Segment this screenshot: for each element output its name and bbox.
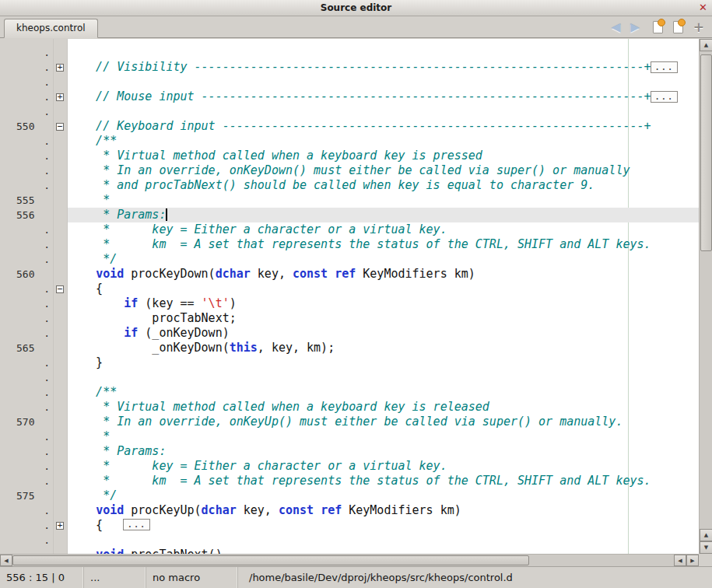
code-line-573[interactable]: . * key = Either a character or a virtua… [0,459,699,474]
fold-expand-icon[interactable]: + [56,64,64,72]
vertical-scrollbar[interactable]: ▲ ▲ ▼ [699,39,712,554]
code-text[interactable]: * [68,193,699,208]
document-modified-a-button[interactable] [653,21,663,33]
code-line-548[interactable]: .+ // Mouse input ----------------------… [0,89,699,104]
horizontal-scroll-thumb[interactable] [12,555,529,565]
code-text[interactable]: // Keyboard input ----------------------… [68,119,699,134]
titlebar[interactable]: Source editor ✕ [0,0,712,16]
code-line-558[interactable]: . * km = A set that represents the statu… [0,237,699,252]
scroll-left-icon[interactable]: ◀ [0,555,12,566]
code-line-579[interactable]: . void procTabNext() [0,548,699,554]
folded-code-box[interactable]: ... [651,61,678,73]
detach-button[interactable]: + [693,21,704,33]
code-line-578[interactable]: . [0,533,699,548]
code-text[interactable]: * Params: [68,444,699,459]
line-dot: . [0,459,53,474]
code-line-553[interactable]: . * In an override, onKeyDown() must eit… [0,163,699,178]
code-text[interactable]: * and procTabNext() should be called whe… [68,178,699,193]
code-text[interactable]: * km = A set that represents the status … [68,474,699,488]
fold-collapse-icon[interactable]: − [56,123,64,131]
code-text[interactable]: void procKeyUp(dchar key, const ref KeyM… [68,503,699,518]
code-text[interactable]: * Params: [68,208,699,222]
fold-expand-icon[interactable]: + [56,522,64,530]
code-line-545[interactable]: . [0,45,699,60]
code-line-577[interactable]: .+ {... [0,518,699,533]
code-text[interactable]: * Virtual method called when a keyboard … [68,149,699,163]
code-text[interactable] [68,533,699,548]
code-line-557[interactable]: . * key = Either a character or a virtua… [0,222,699,237]
close-icon[interactable]: ✕ [699,2,707,13]
code-line-562[interactable]: . if (key == '\t') [0,296,699,311]
code-line-556[interactable]: 556 * Params: [0,208,699,222]
code-text[interactable]: if (_onKeyDown) [68,326,699,341]
code-text[interactable]: {... [68,518,699,533]
code-text[interactable]: */ [68,488,699,503]
scroll-right-icon[interactable]: ▶ [686,555,699,566]
horizontal-scrollbar[interactable]: ◀ ◀ ▶ [0,554,699,566]
code-line-560[interactable]: 560 void procKeyDown(dchar key, const re… [0,267,699,282]
code-line-554[interactable]: . * and procTabNext() should be called w… [0,178,699,193]
code-line-567[interactable]: . [0,370,699,385]
code-text[interactable]: } [68,355,699,370]
code-token: '\t' [202,296,230,310]
code-text[interactable]: if (key == '\t') [68,296,699,311]
code-text[interactable] [68,45,699,60]
code-line-576[interactable]: . void procKeyUp(dchar key, const ref Ke… [0,503,699,518]
code-line-549[interactable]: . [0,104,699,119]
code-line-570[interactable]: 570 * In an override, onKeyUp() must eit… [0,415,699,429]
code-text[interactable]: * Virtual method called when a keyboard … [68,400,699,415]
code-text[interactable]: void procTabNext() [68,548,699,554]
code-text[interactable]: * In an override, onKeyUp() must either … [68,415,699,429]
code-text[interactable]: */ [68,252,699,267]
code-line-561[interactable]: .− { [0,282,699,296]
vertical-scroll-thumb[interactable] [700,54,712,251]
code-line-571[interactable]: . * [0,429,699,444]
code-line-568[interactable]: . /** [0,385,699,400]
code-line-551[interactable]: . /** [0,134,699,149]
code-text[interactable] [68,75,699,89]
nav-back-button[interactable]: ◀ [612,19,621,35]
code-line-564[interactable]: . if (_onKeyDown) [0,326,699,341]
code-line-547[interactable]: . [0,75,699,89]
code-editor[interactable]: ..+ // Visibility ----------------------… [0,39,699,554]
code-line-569[interactable]: . * Virtual method called when a keyboar… [0,400,699,415]
code-line-575[interactable]: 575 */ [0,488,699,503]
code-text[interactable] [68,104,699,119]
folded-code-box[interactable]: ... [123,519,150,530]
code-text[interactable]: /** [68,385,699,400]
fold-expand-icon[interactable]: + [56,93,64,101]
code-text[interactable] [68,370,699,385]
scroll-left-icon-right[interactable]: ◀ [674,555,686,566]
scroll-up-icon-bottom[interactable]: ▲ [700,529,712,541]
code-text[interactable]: * [68,429,699,444]
code-line-555[interactable]: 555 * [0,193,699,208]
code-text[interactable]: * key = Either a character or a virtual … [68,222,699,237]
code-token: { [68,518,103,532]
code-line-563[interactable]: . procTabNext; [0,311,699,326]
code-text[interactable]: // Mouse input -------------------------… [68,89,699,104]
nav-forward-button[interactable]: ▶ [630,19,640,35]
code-text[interactable]: void procKeyDown(dchar key, const ref Ke… [68,267,699,282]
code-text[interactable]: _onKeyDown(this, key, km); [68,341,699,355]
tab-kheops-control[interactable]: kheops.control [4,19,98,38]
code-text[interactable]: /** [68,134,699,149]
document-modified-b-button[interactable] [673,21,683,33]
code-line-566[interactable]: . } [0,355,699,370]
code-text[interactable]: procTabNext; [68,311,699,326]
code-line-546[interactable]: .+ // Visibility -----------------------… [0,60,699,75]
code-line-574[interactable]: . * km = A set that represents the statu… [0,474,699,488]
code-text[interactable]: * km = A set that represents the status … [68,237,699,252]
code-line-559[interactable]: . */ [0,252,699,267]
code-line-550[interactable]: 550− // Keyboard input -----------------… [0,119,699,134]
scroll-down-icon[interactable]: ▼ [700,541,712,554]
scroll-up-icon[interactable]: ▲ [700,39,712,51]
code-text[interactable]: * In an override, onKeyDown() must eithe… [68,163,699,178]
code-line-565[interactable]: 565 _onKeyDown(this, key, km); [0,341,699,355]
code-text[interactable]: { [68,282,699,296]
code-line-572[interactable]: . * Params: [0,444,699,459]
fold-collapse-icon[interactable]: − [56,285,64,293]
folded-code-box[interactable]: ... [651,91,678,103]
code-line-552[interactable]: . * Virtual method called when a keyboar… [0,149,699,163]
code-text[interactable]: * key = Either a character or a virtual … [68,459,699,474]
code-text[interactable]: // Visibility --------------------------… [68,60,699,75]
